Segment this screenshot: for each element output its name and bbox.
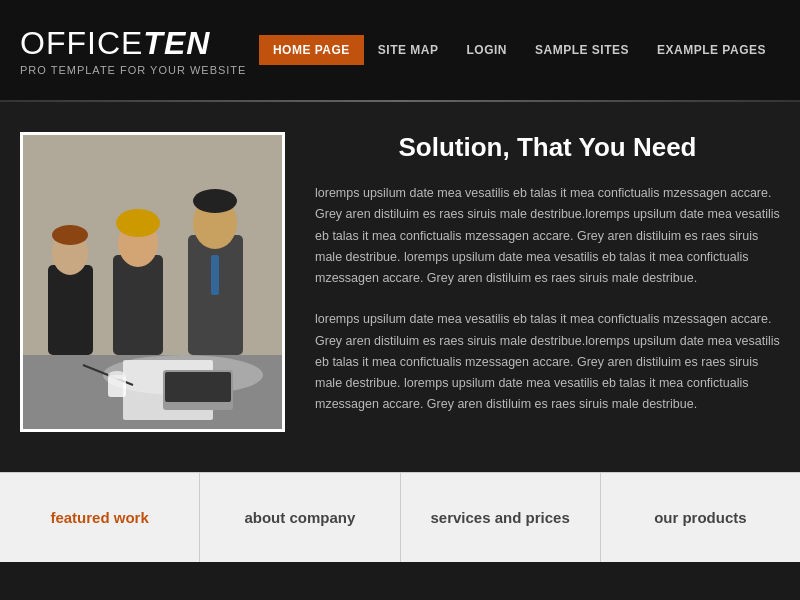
paragraph-2: loremps upsilum date mea vesatilis eb ta… [315, 309, 780, 415]
svg-rect-3 [48, 265, 93, 355]
nav-example-pages[interactable]: EXAMPLE PAGES [643, 35, 780, 65]
content-heading: Solution, That You Need [315, 132, 780, 163]
footer-nav: featured work about company services and… [0, 472, 800, 562]
header: OFFICETEN PRO TEMPLATE FOR YOUR WEBSITE … [0, 0, 800, 100]
content-body: loremps upsilum date mea vesatilis eb ta… [315, 183, 780, 416]
main-text-area: Solution, That You Need loremps upsilum … [315, 132, 780, 442]
svg-point-5 [52, 225, 88, 245]
svg-point-8 [116, 209, 160, 237]
logo-area: OFFICETEN PRO TEMPLATE FOR YOUR WEBSITE [20, 25, 246, 76]
footer-item-our-products[interactable]: our products [601, 473, 800, 562]
hero-image [20, 132, 285, 432]
svg-point-18 [108, 371, 126, 379]
logo-ten: TEN [143, 25, 210, 61]
main-nav: HOME PAGE SITE MAP LOGIN SAMPLE SITES EX… [259, 35, 780, 65]
footer-item-services-prices[interactable]: services and prices [401, 473, 601, 562]
main-content-area: Solution, That You Need loremps upsilum … [0, 102, 800, 472]
logo-tagline: PRO TEMPLATE FOR YOUR WEBSITE [20, 64, 246, 76]
svg-rect-16 [165, 372, 231, 402]
svg-rect-6 [113, 255, 163, 355]
svg-rect-12 [211, 255, 219, 295]
nav-sitemap[interactable]: SITE MAP [364, 35, 453, 65]
logo: OFFICETEN [20, 25, 246, 62]
footer-item-about-company[interactable]: about company [200, 473, 400, 562]
logo-office: OFFICE [20, 25, 143, 61]
nav-sample-sites[interactable]: SAMPLE SITES [521, 35, 643, 65]
footer-item-featured-work[interactable]: featured work [0, 473, 200, 562]
nav-home[interactable]: HOME PAGE [259, 35, 364, 65]
nav-login[interactable]: LOGIN [453, 35, 522, 65]
svg-point-11 [193, 189, 237, 213]
paragraph-1: loremps upsilum date mea vesatilis eb ta… [315, 183, 780, 289]
